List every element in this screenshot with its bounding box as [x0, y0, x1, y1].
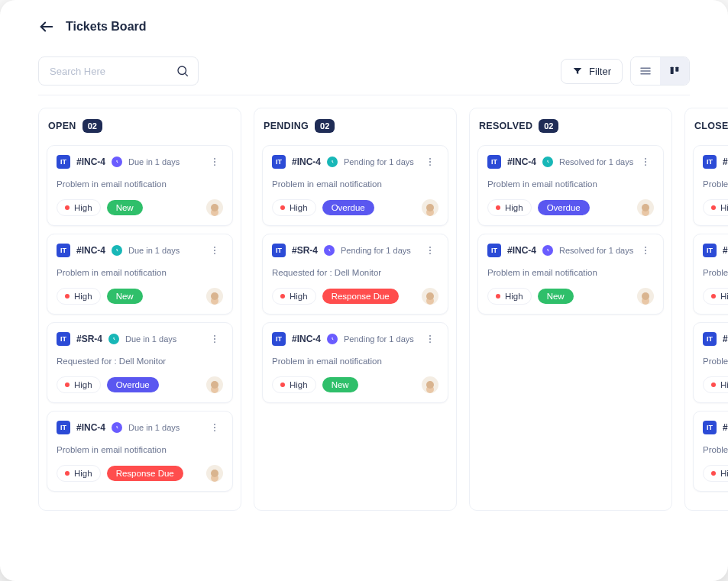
kebab-menu-icon[interactable] — [422, 155, 438, 169]
priority-pill: High — [703, 376, 728, 393]
assignee-avatar[interactable] — [206, 288, 223, 305]
category-badge: IT — [272, 332, 286, 346]
due-text: Due in 1 days — [128, 423, 180, 432]
card-top: IT#INC-4Pending for 1 days — [272, 155, 438, 169]
svg-point-33 — [645, 250, 646, 251]
card-top: IT#INC-4Due in 1 days — [57, 244, 223, 257]
card-footer: HighOverdue — [272, 199, 438, 216]
status-pill: Overdue — [107, 377, 159, 392]
category-badge: IT — [57, 244, 70, 257]
kanban-column: OPEN02IT#INC-4Due in 1 daysProblem in em… — [38, 108, 241, 511]
due-text: Resolved for 1 days — [559, 157, 633, 166]
category-badge: IT — [703, 244, 717, 257]
back-arrow-icon[interactable] — [38, 18, 55, 35]
kebab-menu-icon[interactable] — [206, 244, 223, 257]
due-text: Pending for 1 days — [344, 334, 414, 344]
assignee-avatar[interactable] — [206, 465, 223, 482]
priority-dot-icon — [280, 382, 285, 387]
svg-point-25 — [429, 253, 431, 254]
category-badge: IT — [272, 244, 286, 257]
assignee-avatar[interactable] — [637, 199, 654, 216]
status-pill: Response Due — [322, 289, 399, 304]
assignee-avatar[interactable] — [422, 288, 438, 305]
svg-point-18 — [214, 427, 215, 428]
priority-pill: High — [57, 199, 101, 216]
ticket-card[interactable]: IT#INC-4Pending for 1 daysProblem in ema… — [262, 322, 448, 403]
column-header: CLOSED02 — [693, 118, 728, 137]
priority-dot-icon — [711, 294, 716, 299]
ticket-card[interactable]: IT#INC-4Closed for 1 daysProblem in emai… — [693, 322, 728, 403]
kanban-column: RESOLVED02IT#INC-4Resolved for 1 daysPro… — [469, 108, 672, 511]
view-toggle — [630, 56, 690, 86]
svg-rect-6 — [671, 67, 674, 74]
assignee-avatar[interactable] — [422, 199, 438, 216]
list-icon — [639, 64, 652, 78]
column-header: RESOLVED02 — [477, 118, 664, 137]
assignee-avatar[interactable] — [422, 376, 438, 393]
card-footer: HighOverdue — [57, 376, 223, 393]
ticket-id: #INC-4 — [723, 422, 728, 433]
kebab-menu-icon[interactable] — [206, 155, 223, 169]
due-text: Pending for 1 days — [344, 157, 414, 166]
priority-label: High — [720, 380, 728, 389]
card-footer: HighResponse Due — [57, 465, 223, 482]
ticket-card[interactable]: IT#INC-4Resolved for 1 daysProblem in em… — [477, 234, 664, 315]
kebab-menu-icon[interactable] — [422, 332, 438, 346]
ticket-card[interactable]: IT#INC-4Due in 1 daysProblem in email no… — [47, 145, 233, 226]
list-view-button[interactable] — [631, 57, 660, 85]
app-frame: Tickets Board Filter — [0, 0, 728, 581]
assignee-avatar[interactable] — [206, 199, 223, 216]
ticket-card[interactable]: IT#INC-4Due in 1 daysProblem in email no… — [47, 234, 233, 315]
ticket-card[interactable]: IT#SR-4Due in 1 daysRequested for : Dell… — [47, 322, 233, 403]
ticket-card[interactable]: IT#INC-4Pending for 1 daysProblem in ema… — [262, 145, 448, 226]
priority-label: High — [74, 203, 92, 212]
ticket-card[interactable]: IT#SR-4Pending for 1 daysRequested for :… — [262, 234, 448, 315]
page-title: Tickets Board — [66, 20, 147, 34]
ticket-id: #INC-4 — [76, 245, 105, 256]
ticket-card[interactable]: IT#INC-4Closed for 1 daysProblem in emai… — [693, 411, 728, 492]
kebab-menu-icon[interactable] — [206, 332, 223, 346]
ticket-card[interactable]: IT#INC-4Resolved for 1 daysProblem in em… — [477, 145, 664, 226]
assignee-avatar[interactable] — [637, 288, 654, 305]
due-text: Due in 1 days — [125, 334, 176, 344]
kebab-menu-icon[interactable] — [637, 244, 654, 257]
kebab-menu-icon[interactable] — [637, 155, 654, 169]
search-input[interactable] — [38, 56, 199, 86]
category-badge: IT — [703, 421, 717, 434]
priority-label: High — [290, 380, 308, 389]
filter-button[interactable]: Filter — [561, 59, 623, 84]
card-description: Problem in email notification — [272, 357, 438, 366]
svg-point-8 — [214, 158, 215, 160]
svg-point-22 — [429, 164, 431, 166]
priority-pill: High — [57, 376, 101, 393]
priority-dot-icon — [496, 294, 500, 299]
due-text: Resolved for 1 days — [559, 246, 633, 255]
ticket-card[interactable]: IT#INC-4Due in 1 daysProblem in email no… — [47, 411, 233, 492]
assignee-avatar[interactable] — [206, 376, 223, 393]
kebab-menu-icon[interactable] — [206, 421, 223, 434]
priority-dot-icon — [280, 205, 285, 210]
priority-dot-icon — [711, 382, 716, 387]
status-pill: New — [107, 289, 143, 304]
due-text: Due in 1 days — [128, 246, 180, 255]
status-pill: Overdue — [538, 200, 590, 215]
svg-point-27 — [429, 338, 431, 340]
board-icon — [668, 65, 681, 77]
filter-label: Filter — [589, 66, 611, 77]
category-badge: IT — [57, 332, 70, 346]
svg-point-20 — [429, 158, 431, 160]
filter-icon — [572, 66, 583, 76]
ticket-id: #INC-4 — [723, 157, 728, 167]
svg-point-16 — [214, 341, 215, 343]
clock-icon — [542, 157, 553, 167]
kebab-menu-icon[interactable] — [422, 244, 438, 257]
board-view-button[interactable] — [660, 57, 689, 85]
ticket-card[interactable]: IT#INC-4Closed for 1 daysProblem in emai… — [693, 145, 728, 226]
svg-point-1 — [178, 66, 186, 75]
status-pill: Overdue — [322, 200, 374, 215]
category-badge: IT — [703, 155, 717, 169]
svg-point-10 — [214, 164, 215, 166]
ticket-card[interactable]: IT#INC-4Closed for 1 daysProblem in emai… — [693, 234, 728, 315]
due-text: Due in 1 days — [128, 157, 180, 166]
svg-point-23 — [429, 247, 431, 248]
